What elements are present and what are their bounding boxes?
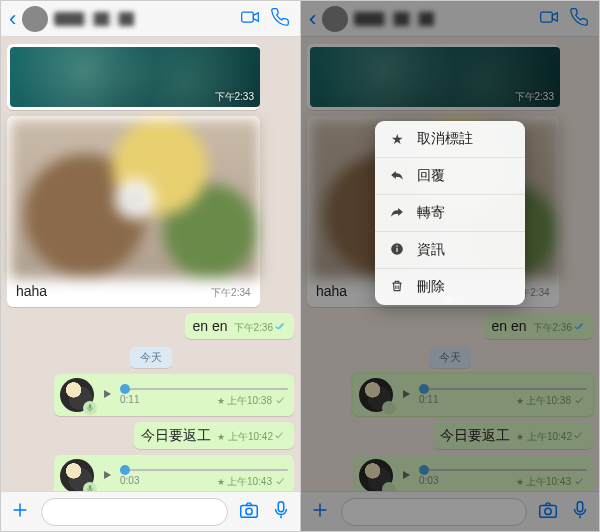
voice-duration: 0:03 xyxy=(120,475,139,489)
play-icon[interactable] xyxy=(100,387,114,404)
forward-icon xyxy=(389,205,405,222)
scrubber-dot[interactable] xyxy=(120,384,130,394)
message-meta: ★ 上午10:43 xyxy=(217,475,288,489)
message-text: 今日要返工 xyxy=(141,427,211,445)
menu-unstar[interactable]: ★取消標註 xyxy=(375,121,525,158)
text-message-out-2[interactable]: 今日要返工 ★ 上午10:42 xyxy=(134,422,294,449)
message-input[interactable] xyxy=(41,498,228,526)
voice-track[interactable]: 0:11 ★ 上午10:38 xyxy=(120,382,288,408)
menu-forward[interactable]: 轉寄 xyxy=(375,195,525,232)
svg-point-12 xyxy=(396,245,398,247)
message-list[interactable]: 下午2:33 haha 下午2:34 en en 下午2:36 今天 0:11 xyxy=(1,37,300,491)
image-caption: haha xyxy=(16,283,47,299)
sender-avatar xyxy=(60,459,94,491)
message-time: 下午2:33 xyxy=(215,90,254,104)
reply-icon xyxy=(389,168,405,185)
mic-icon[interactable] xyxy=(270,499,292,525)
contact-avatar[interactable] xyxy=(22,6,48,32)
play-icon[interactable] xyxy=(100,468,114,485)
voice-message-2[interactable]: 0:03 ★ 上午10:43 xyxy=(54,455,294,491)
message-meta: ★ 上午10:38 xyxy=(217,394,288,408)
date-separator: 今天 xyxy=(130,347,172,368)
chat-screen-context-menu: ‹ 下午2:33 haha 下午2:34 en en 下午2:36 今天 xyxy=(300,1,599,531)
chat-screen-normal: ‹ 下午2:33 haha 下午2:34 en en 下午2:36 今天 xyxy=(1,1,300,531)
menu-delete[interactable]: 刪除 xyxy=(375,269,525,305)
scrubber-dot[interactable] xyxy=(120,465,130,475)
star-icon: ★ xyxy=(389,131,405,147)
menu-info[interactable]: 資訊 xyxy=(375,232,525,269)
chat-header: ‹ xyxy=(1,1,300,37)
video-call-icon[interactable] xyxy=(238,7,262,31)
message-time: 下午2:36 xyxy=(234,321,287,335)
svg-rect-5 xyxy=(278,501,284,511)
message-time: 下午2:34 xyxy=(211,286,250,300)
message-context-menu: ★取消標註 回覆 轉寄 資訊 刪除 xyxy=(375,121,525,305)
read-ticks-icon xyxy=(275,322,287,333)
food-thumbnail-blurred xyxy=(10,119,260,279)
svg-rect-2 xyxy=(89,485,92,490)
info-icon xyxy=(389,242,405,259)
camera-icon[interactable] xyxy=(238,499,260,525)
svg-rect-1 xyxy=(89,404,92,409)
attach-icon[interactable] xyxy=(9,499,31,525)
compose-bar xyxy=(1,491,300,531)
menu-reply[interactable]: 回覆 xyxy=(375,158,525,195)
comparison-frame: ‹ 下午2:33 haha 下午2:34 en en 下午2:36 今天 xyxy=(0,0,600,532)
svg-rect-3 xyxy=(241,505,258,517)
download-icon[interactable] xyxy=(115,179,155,219)
svg-rect-0 xyxy=(242,12,254,22)
svg-rect-11 xyxy=(396,247,397,251)
text-message-out[interactable]: en en 下午2:36 xyxy=(185,313,294,339)
voice-call-icon[interactable] xyxy=(268,7,292,31)
sender-avatar xyxy=(60,378,94,412)
back-icon[interactable]: ‹ xyxy=(9,6,16,32)
voice-track[interactable]: 0:03 ★ 上午10:43 xyxy=(120,463,288,489)
voice-duration: 0:11 xyxy=(120,394,139,408)
message-text: en en xyxy=(192,318,227,334)
voice-message-1[interactable]: 0:11 ★ 上午10:38 xyxy=(54,374,294,416)
message-time: ★ 上午10:42 xyxy=(217,430,287,444)
trash-icon xyxy=(389,279,405,296)
contact-name-blurred[interactable] xyxy=(54,12,232,26)
svg-point-4 xyxy=(246,508,252,514)
wallpaper-thumbnail: 下午2:33 xyxy=(10,47,260,107)
image-message-wallpaper[interactable]: 下午2:33 xyxy=(7,44,260,110)
image-message-food[interactable]: haha 下午2:34 xyxy=(7,116,260,307)
